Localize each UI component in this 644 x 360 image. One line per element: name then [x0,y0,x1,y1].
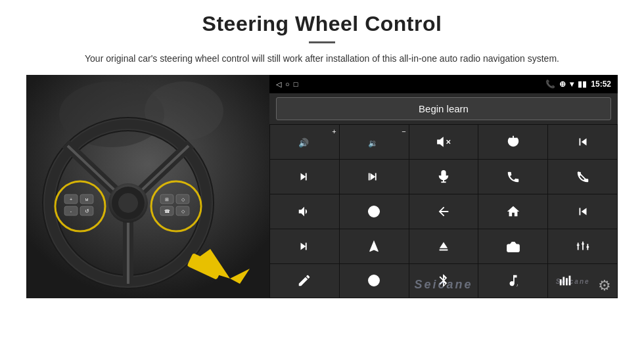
svg-rect-64 [566,279,568,286]
android-statusbar: ◁ ○ □ 📞 ⊕ ▾ ▮▮ 15:52 [269,75,618,93]
svg-rect-65 [568,276,570,286]
360-button[interactable]: 360 [340,194,409,229]
settings-button[interactable] [340,264,409,298]
svg-rect-49 [507,244,519,252]
next-track-button[interactable] [270,160,339,194]
svg-rect-62 [560,280,562,286]
page-subtitle: Your original car's steering wheel contr… [85,51,559,66]
vol-up-button[interactable]: 🔊 + [270,125,339,159]
android-panel: ◁ ○ □ 📞 ⊕ ▾ ▮▮ 15:52 Begin learn [269,75,618,298]
fast-forward-button[interactable] [270,229,339,263]
statusbar-left: ◁ ○ □ [276,80,298,89]
pen-button[interactable] [270,264,339,298]
home-button[interactable] [478,194,547,229]
svg-rect-63 [563,277,564,286]
clock-display: 15:52 [591,79,611,89]
home-nav-icon: ○ [285,80,290,88]
phone-button[interactable] [478,160,547,194]
radio-button[interactable] [478,229,547,263]
end-call-button[interactable] [548,160,617,194]
statusbar-right: 📞 ⊕ ▾ ▮▮ 15:52 [545,79,611,89]
back-button[interactable] [409,194,478,229]
svg-text:🔊: 🔊 [298,138,310,148]
signal-bars: ▮▮ [578,79,587,89]
controls-grid: 🔊 + 🔉 − [269,124,618,298]
page-container: Steering Wheel Control Your original car… [0,0,644,360]
location-icon: ⊕ [559,79,566,89]
begin-learn-bar: Begin learn [269,93,618,124]
begin-learn-button[interactable]: Begin learn [276,97,611,120]
title-divider [309,41,335,43]
svg-text:+: + [70,197,72,202]
svg-text:♪: ♪ [516,283,518,288]
steering-wheel-image: + M - ↺ ⊞ ◇ ☎ ◇ [26,75,269,298]
svg-point-60 [369,275,380,286]
svg-text:360: 360 [372,212,377,215]
svg-text:↺: ↺ [85,208,89,214]
svg-text:🔉: 🔉 [368,138,378,148]
spectrum-button[interactable]: Seicane [548,264,617,298]
svg-text:☎: ☎ [164,209,170,214]
mute-button[interactable] [409,125,478,159]
equalizer-button[interactable] [548,229,617,263]
navigation-button[interactable] [340,229,409,263]
content-row: + M - ↺ ⊞ ◇ ☎ ◇ [26,75,618,298]
svg-text:⊞: ⊞ [165,197,169,202]
music-button[interactable]: ♪ [478,264,547,298]
rewind-button[interactable] [548,194,617,229]
bluetooth-button[interactable] [409,264,478,298]
svg-text:M: M [85,198,89,202]
recents-nav-icon: □ [294,80,298,88]
svg-point-50 [509,247,512,250]
wifi-icon: ▾ [570,79,574,89]
mic-button[interactable] [409,160,478,194]
svg-point-14 [118,193,138,213]
phone-status-icon: 📞 [545,79,555,89]
prev-track-button[interactable] [548,125,617,159]
skip-button[interactable] [340,160,409,194]
horn-button[interactable] [270,194,339,229]
back-nav-icon: ◁ [276,80,281,89]
eject-button[interactable] [409,229,478,263]
power-button[interactable] [478,125,547,159]
vol-down-button[interactable]: 🔉 − [340,125,409,159]
page-title: Steering Wheel Control [202,12,442,36]
